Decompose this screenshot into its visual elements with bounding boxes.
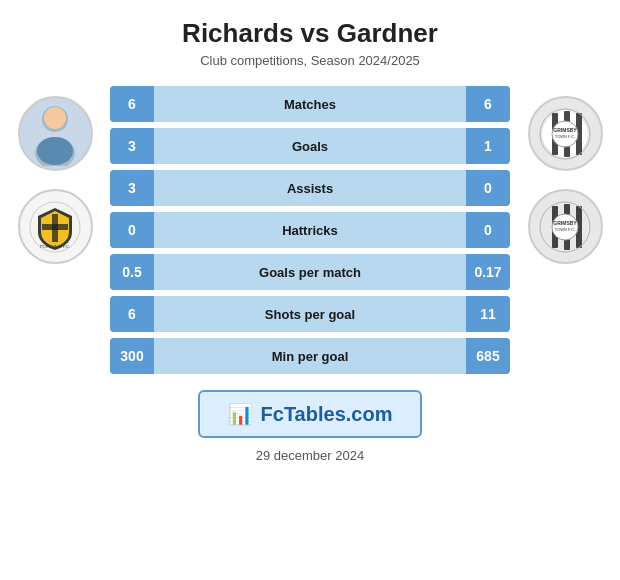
stat-right-value: 0 bbox=[466, 170, 510, 206]
team-badge-left: PORT VALE F.C. bbox=[18, 189, 93, 264]
svg-text:GRIMSBY: GRIMSBY bbox=[553, 220, 577, 226]
stat-label: Assists bbox=[154, 181, 466, 196]
stat-left-value: 3 bbox=[110, 128, 154, 164]
stat-label: Goals bbox=[154, 139, 466, 154]
left-avatars: PORT VALE F.C. bbox=[10, 96, 100, 264]
page-container: Richards vs Gardner Club competitions, S… bbox=[0, 0, 620, 580]
stat-left-value: 6 bbox=[110, 86, 154, 122]
stat-left-value: 0 bbox=[110, 212, 154, 248]
stat-label: Hattricks bbox=[154, 223, 466, 238]
grimsby-svg-top: GRIMSBY TOWN F.C. bbox=[538, 107, 592, 161]
stat-label: Matches bbox=[154, 97, 466, 112]
svg-point-3 bbox=[37, 137, 73, 165]
port-vale-svg: PORT VALE F.C. bbox=[28, 200, 82, 254]
port-vale-badge: PORT VALE F.C. bbox=[25, 197, 85, 257]
team-badge-right-top: GRIMSBY TOWN F.C. bbox=[528, 96, 603, 171]
svg-text:TOWN F.C.: TOWN F.C. bbox=[555, 227, 575, 232]
stat-right-value: 0.17 bbox=[466, 254, 510, 290]
stat-right-value: 6 bbox=[466, 86, 510, 122]
team-badge-right-bottom: GRIMSBY TOWN F.C. bbox=[528, 189, 603, 264]
stat-label: Min per goal bbox=[154, 349, 466, 364]
player-avatar bbox=[18, 96, 93, 171]
fctables-banner: 📊 FcTables.com bbox=[198, 390, 423, 438]
stat-row: 0Hattricks0 bbox=[110, 212, 510, 248]
date-label: 29 december 2024 bbox=[256, 448, 364, 463]
svg-text:PORT VALE F.C.: PORT VALE F.C. bbox=[40, 244, 70, 249]
stat-right-value: 1 bbox=[466, 128, 510, 164]
stat-right-value: 0 bbox=[466, 212, 510, 248]
svg-rect-6 bbox=[42, 224, 68, 230]
grimsby-svg-bottom: GRIMSBY TOWN F.C. bbox=[538, 200, 592, 254]
page-subtitle: Club competitions, Season 2024/2025 bbox=[200, 53, 420, 68]
grimsby-badge-top: GRIMSBY TOWN F.C. bbox=[535, 104, 595, 164]
stat-left-value: 0.5 bbox=[110, 254, 154, 290]
player-silhouette bbox=[25, 101, 85, 166]
svg-text:TOWN F.C.: TOWN F.C. bbox=[555, 134, 575, 139]
stat-left-value: 6 bbox=[110, 296, 154, 332]
stat-row: 3Goals1 bbox=[110, 128, 510, 164]
stat-row: 6Matches6 bbox=[110, 86, 510, 122]
stat-label: Goals per match bbox=[154, 265, 466, 280]
stat-row: 300Min per goal685 bbox=[110, 338, 510, 374]
stat-row: 6Shots per goal11 bbox=[110, 296, 510, 332]
right-avatars: GRIMSBY TOWN F.C. GRIMSBY bbox=[520, 96, 610, 264]
main-content: PORT VALE F.C. 6Matches63Goals13Assists0… bbox=[10, 86, 610, 374]
stat-right-value: 685 bbox=[466, 338, 510, 374]
fctables-text: FcTables.com bbox=[261, 403, 393, 426]
stat-right-value: 11 bbox=[466, 296, 510, 332]
fctables-icon: 📊 bbox=[228, 402, 253, 426]
stat-left-value: 3 bbox=[110, 170, 154, 206]
stat-row: 3Assists0 bbox=[110, 170, 510, 206]
grimsby-badge-bottom: GRIMSBY TOWN F.C. bbox=[535, 197, 595, 257]
stat-label: Shots per goal bbox=[154, 307, 466, 322]
stat-left-value: 300 bbox=[110, 338, 154, 374]
svg-point-2 bbox=[44, 107, 66, 129]
page-title: Richards vs Gardner bbox=[182, 18, 438, 49]
svg-text:GRIMSBY: GRIMSBY bbox=[553, 127, 577, 133]
stat-row: 0.5Goals per match0.17 bbox=[110, 254, 510, 290]
stats-column: 6Matches63Goals13Assists00Hattricks00.5G… bbox=[110, 86, 510, 374]
